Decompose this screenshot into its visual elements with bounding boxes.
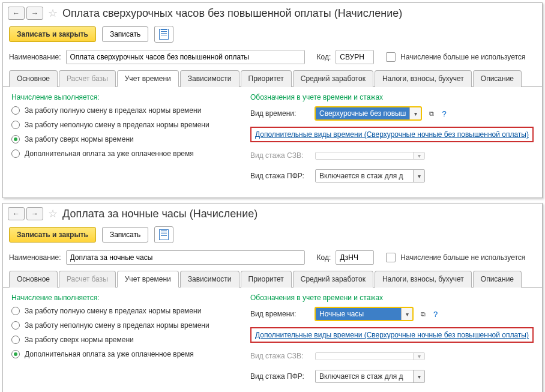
radio-partial-shift[interactable]: За работу неполную смену в пределах норм… [11, 121, 233, 129]
window-title: Оплата сверхурочных часов без повышенной… [62, 7, 402, 20]
extra-time-types-link[interactable]: Дополнительные виды времени (Сверхурочны… [250, 127, 534, 142]
favorite-icon[interactable]: ☆ [48, 7, 58, 20]
radio-full-shift[interactable]: За работу полную смену в пределах нормы … [11, 307, 233, 315]
radio-overtime[interactable]: За работу сверх нормы времени [11, 336, 233, 344]
window-overtime: ← → ☆ Оплата сверхурочных часов без повы… [2, 2, 543, 198]
radio-partial-shift[interactable]: За работу неполную смену в пределах норм… [11, 321, 233, 330]
marks-header: Обозначения в учете времени и стажах [250, 294, 534, 302]
pfr-combo[interactable]: Включается в стаж для д ▾ [315, 169, 425, 182]
deprecated-checkbox[interactable] [386, 253, 396, 262]
expand-icon[interactable]: ⧉ [418, 308, 429, 320]
exec-header: Начисление выполняется: [11, 93, 233, 101]
code-label: Код: [317, 53, 331, 61]
radio-extra-pay[interactable]: Дополнительная оплата за уже оплаченное … [11, 149, 233, 158]
save-button[interactable]: Записать [102, 227, 148, 243]
pfr-label: Вид стажа ПФР: [250, 172, 310, 180]
time-type-label: Вид времени: [250, 310, 310, 318]
tab-avg[interactable]: Средний заработок [293, 70, 373, 87]
tab-main[interactable]: Основное [9, 271, 58, 288]
deprecated-label: Начисление больше не используется [400, 253, 525, 262]
pfr-label: Вид стажа ПФР: [250, 372, 310, 381]
nav-forward-button[interactable]: → [26, 207, 43, 220]
code-input[interactable] [336, 50, 374, 64]
time-type-label: Вид времени: [250, 109, 310, 118]
tab-base[interactable]: Расчет базы [59, 271, 116, 288]
tab-base[interactable]: Расчет базы [59, 70, 116, 87]
deprecated-label: Начисление больше не используется [400, 53, 525, 61]
expand-icon[interactable]: ⧉ [426, 107, 437, 119]
radio-extra-pay[interactable]: Дополнительная оплата за уже оплаченное … [11, 350, 233, 358]
save-and-close-button[interactable]: Записать и закрыть [9, 227, 96, 243]
code-input[interactable] [336, 250, 374, 265]
szv-combo[interactable]: ▾ [315, 352, 425, 360]
help-icon[interactable]: ? [442, 109, 446, 118]
pfr-combo[interactable]: Включается в стаж для д ▾ [315, 370, 425, 383]
name-label: Наименование: [9, 53, 61, 61]
document-icon-button[interactable] [154, 26, 173, 43]
name-input[interactable] [66, 50, 305, 64]
szv-label: Вид стажа СЗВ: [250, 151, 310, 160]
deprecated-checkbox[interactable] [386, 52, 396, 62]
tab-desc[interactable]: Описание [473, 70, 522, 87]
szv-combo[interactable]: ▾ [315, 152, 425, 160]
save-and-close-button[interactable]: Записать и закрыть [9, 26, 96, 42]
name-input[interactable] [66, 250, 305, 265]
chevron-down-icon[interactable]: ▾ [409, 107, 421, 119]
tab-time[interactable]: Учет времени [117, 271, 179, 288]
szv-label: Вид стажа СЗВ: [250, 352, 310, 360]
tab-avg[interactable]: Средний заработок [293, 271, 373, 288]
radio-full-shift[interactable]: За работу полную смену в пределах нормы … [11, 106, 233, 115]
chevron-down-icon[interactable]: ▾ [413, 370, 424, 382]
tab-priority[interactable]: Приоритет [241, 70, 292, 87]
tab-desc[interactable]: Описание [473, 271, 522, 288]
chevron-down-icon[interactable]: ▾ [413, 152, 424, 159]
code-label: Код: [317, 253, 331, 262]
nav-back-button[interactable]: ← [8, 207, 25, 220]
tab-deps[interactable]: Зависимости [180, 271, 239, 288]
document-icon [159, 29, 169, 40]
tab-bar: Основное Расчет базы Учет времени Зависи… [3, 70, 542, 86]
tab-tax[interactable]: Налоги, взносы, бухучет [375, 70, 472, 87]
document-icon-button[interactable] [154, 226, 173, 243]
save-button[interactable]: Записать [102, 26, 148, 42]
radio-overtime[interactable]: За работу сверх нормы времени [11, 135, 233, 143]
chevron-down-icon[interactable]: ▾ [401, 308, 412, 320]
document-icon [159, 229, 169, 240]
nav-back-button[interactable]: ← [8, 7, 25, 20]
time-type-combo[interactable]: Ночные часы ▾ [315, 307, 413, 321]
help-icon[interactable]: ? [433, 310, 438, 319]
exec-header: Начисление выполняется: [11, 294, 233, 302]
chevron-down-icon[interactable]: ▾ [413, 170, 424, 182]
window-title: Доплата за ночные часы (Начисление) [62, 208, 257, 220]
tab-tax[interactable]: Налоги, взносы, бухучет [375, 271, 472, 288]
name-label: Наименование: [9, 253, 61, 262]
nav-forward-button[interactable]: → [26, 7, 43, 20]
tab-bar: Основное Расчет базы Учет времени Зависи… [3, 271, 542, 287]
time-type-combo[interactable]: Сверхурочные без повыш ▾ [315, 107, 421, 120]
tab-deps[interactable]: Зависимости [180, 70, 239, 87]
window-night: ← → ☆ Доплата за ночные часы (Начисление… [2, 203, 543, 392]
favorite-icon[interactable]: ☆ [48, 207, 58, 220]
tab-main[interactable]: Основное [9, 70, 58, 87]
chevron-down-icon[interactable]: ▾ [413, 353, 424, 360]
extra-time-types-link[interactable]: Дополнительные виды времени (Сверхурочны… [250, 327, 534, 343]
tab-time[interactable]: Учет времени [117, 70, 179, 87]
tab-priority[interactable]: Приоритет [241, 271, 292, 288]
marks-header: Обозначения в учете времени и стажах [250, 93, 534, 101]
